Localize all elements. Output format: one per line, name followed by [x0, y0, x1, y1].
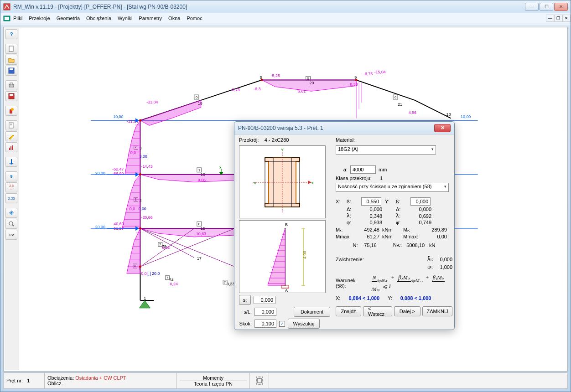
- calc-type-select[interactable]: Nośność przy ściskaniu ze zginaniem (58): [336, 183, 449, 192]
- dokument-button[interactable]: Dokument: [294, 307, 330, 317]
- svg-text:-15,04: -15,04: [374, 70, 386, 74]
- menu-przekroje[interactable]: Przekroje: [29, 15, 50, 21]
- svg-point-134: [355, 79, 358, 81]
- svg-rect-3: [9, 46, 13, 52]
- znajdz-button[interactable]: Znajdź: [336, 306, 361, 316]
- svg-text:7: 7: [159, 243, 161, 246]
- zoom-icon[interactable]: [5, 219, 17, 229]
- svg-point-131: [139, 227, 141, 230]
- wstecz-button[interactable]: < Wstecz: [363, 306, 392, 316]
- mdi-minimize[interactable]: —: [546, 15, 554, 22]
- doc-icon[interactable]: [5, 120, 17, 130]
- s-input[interactable]: [254, 296, 275, 304]
- svg-text:-6,3: -6,3: [254, 87, 260, 91]
- svg-text:-20,66: -20,66: [141, 215, 152, 220]
- menu-okna[interactable]: Okna: [168, 15, 180, 21]
- svg-text:-31,84: -31,84: [146, 100, 158, 104]
- dalej-button[interactable]: Dalej >: [394, 306, 420, 316]
- save-icon[interactable]: [5, 66, 17, 76]
- dialog-close-button[interactable]: ✕: [434, 124, 451, 132]
- close-button[interactable]: ✕: [554, 3, 568, 11]
- print-icon[interactable]: [5, 80, 17, 90]
- svg-rect-2: [5, 17, 9, 20]
- pan-icon[interactable]: [5, 208, 17, 218]
- material-select[interactable]: 18G2 (A): [336, 145, 436, 155]
- scale-icon[interactable]: 2.5↔: [5, 182, 17, 192]
- beta-x-input[interactable]: [361, 197, 381, 206]
- svg-text:1: 1: [198, 168, 200, 172]
- status-pret: Pręt nr: 1: [4, 373, 45, 388]
- menu-geometria[interactable]: Geometria: [57, 15, 80, 21]
- menu-wyniki[interactable]: Wyniki: [118, 15, 132, 21]
- right-panel: 18G2 (A) a: mm Klasa przekroju: 1 Nośnoś…: [336, 145, 452, 329]
- window-controls: — ☐ ✕: [525, 3, 568, 11]
- maximize-button[interactable]: ☐: [540, 3, 553, 11]
- svg-marker-96: [140, 300, 151, 308]
- status-obc: Obciążenia: Osiadania + CW CLPT Oblicz.: [45, 373, 177, 388]
- svg-text:-5,25: -5,25: [271, 73, 280, 78]
- svg-text:A: A: [285, 288, 288, 293]
- toolbar-strip: [0, 23, 571, 26]
- svg-text:-40,60: -40,60: [112, 222, 124, 226]
- properties-dialog: PN-90/B-03200 wersja 5.3 - Pręt: 1 ✕ Prz…: [234, 121, 455, 330]
- svg-rect-9: [10, 94, 13, 96]
- svg-text:13: 13: [446, 112, 451, 117]
- svg-text:8: 8: [198, 222, 201, 226]
- svg-text:B: B: [285, 222, 288, 227]
- a-unit: mm: [379, 167, 387, 172]
- skok-input[interactable]: [254, 320, 276, 328]
- dialog-titlebar[interactable]: PN-90/B-03200 wersja 5.3 - Pręt: 1 ✕: [234, 122, 454, 134]
- mdi-icon: [3, 15, 10, 22]
- svg-rect-174: [258, 378, 261, 383]
- svg-text:17: 17: [197, 256, 202, 261]
- menu-obciazenia[interactable]: Obciążenia: [86, 15, 111, 21]
- svg-text:-14,43: -14,43: [141, 164, 152, 169]
- result-x: 0,084 < 1,000: [348, 295, 379, 301]
- menu-pomoc[interactable]: Pomoc: [187, 15, 202, 21]
- mdi-restore[interactable]: ❐: [554, 15, 562, 22]
- sL-input[interactable]: [254, 308, 276, 316]
- beta-y-input[interactable]: [410, 197, 431, 206]
- value-icon[interactable]: 2.25: [5, 193, 17, 203]
- new-icon[interactable]: [5, 44, 17, 54]
- svg-rect-7: [10, 83, 13, 85]
- window-title: RM_Win v.11.19 - [Projektty]-[P_OFFER-PN…: [13, 4, 525, 10]
- pencil-icon[interactable]: [5, 131, 17, 141]
- cross-section-preview: Y x x: [239, 145, 326, 218]
- svg-point-11: [11, 108, 14, 111]
- help-icon[interactable]: ?: [5, 29, 17, 39]
- svg-text:x: x: [311, 181, 314, 185]
- a-input[interactable]: [350, 165, 376, 174]
- przekroj-row: Przekrój: 4 - 2xC280: [239, 137, 330, 143]
- svg-text:6: 6: [395, 95, 397, 99]
- status-tabs[interactable]: Momenty Teoria I rzędu PN: [177, 373, 250, 388]
- zamknij-button[interactable]: ZAMKNIJ: [422, 306, 452, 316]
- num9-icon[interactable]: 9: [5, 171, 17, 181]
- svg-text:74: 74: [169, 278, 174, 282]
- klasa-label: Klasa przekroju:: [336, 175, 372, 181]
- coef-grid: X: ß: Y: ß: Δ: 0,000 Δ: 0,000 λ̄: 0,348 …: [336, 197, 452, 225]
- mdi-close[interactable]: ✕: [562, 15, 571, 22]
- bars-icon[interactable]: [5, 142, 17, 152]
- fire-icon[interactable]: [5, 106, 17, 116]
- open-icon[interactable]: [5, 55, 17, 65]
- save-red-icon[interactable]: [5, 91, 17, 101]
- svg-text:x: x: [254, 181, 256, 185]
- status-section-icon[interactable]: [250, 373, 269, 388]
- ratio-icon[interactable]: 1:2: [5, 230, 17, 240]
- anchor-icon[interactable]: [5, 157, 17, 167]
- main-window: RM_Win v.11.19 - [Projektty]-[P_OFFER-PN…: [0, 0, 571, 392]
- wyszukaj-checkbox[interactable]: ✓: [279, 321, 285, 327]
- svg-point-129: [139, 119, 141, 122]
- menu-parametry[interactable]: Parametry: [139, 15, 162, 21]
- s-button[interactable]: s:: [239, 295, 251, 305]
- wyszukaj-button[interactable]: Wyszukaj: [288, 319, 320, 329]
- menu-pliki[interactable]: Pliki: [13, 15, 22, 21]
- przekroj-value: 4 - 2xC280: [265, 137, 289, 143]
- title-bar: RM_Win v.11.19 - [Projektty]-[P_OFFER-PN…: [0, 0, 571, 13]
- svg-line-20: [12, 225, 14, 226]
- minimize-button[interactable]: —: [525, 3, 539, 11]
- svg-text:0,0: 0,0: [141, 271, 146, 276]
- svg-text:7: 7: [224, 281, 226, 284]
- svg-text:[ ] 20,0: [ ] 20,0: [147, 271, 160, 276]
